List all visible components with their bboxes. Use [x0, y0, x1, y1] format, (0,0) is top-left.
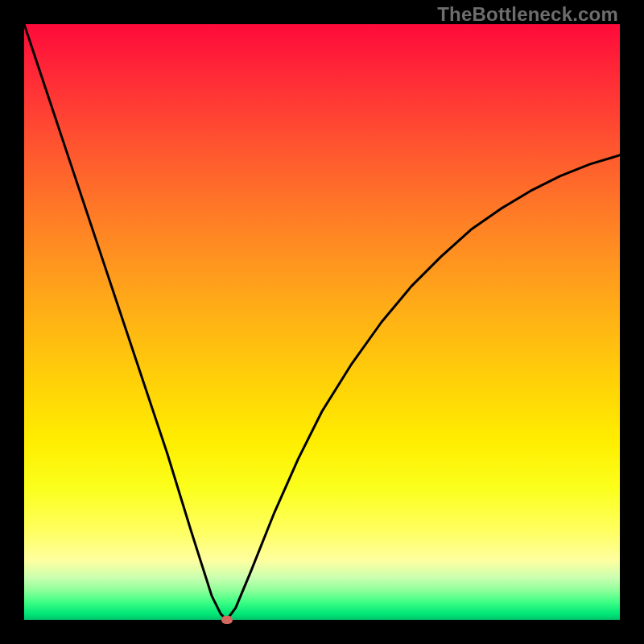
curve-svg — [24, 24, 620, 620]
bottleneck-curve-path — [24, 24, 620, 620]
chart-frame: TheBottleneck.com — [0, 0, 644, 644]
watermark-text: TheBottleneck.com — [437, 3, 618, 26]
optimal-point-marker — [221, 616, 233, 624]
plot-area — [24, 24, 620, 620]
